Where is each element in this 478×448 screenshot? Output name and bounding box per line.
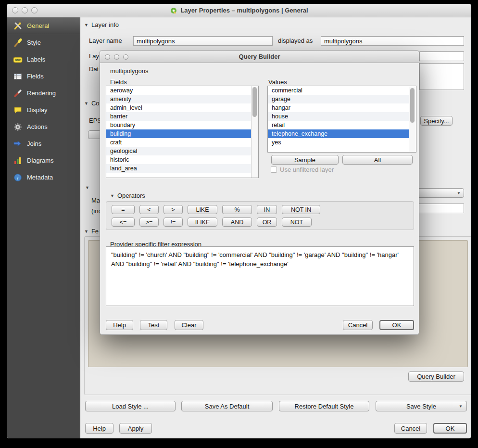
sidebar-item-metadata[interactable]: i Metadata [7,169,80,186]
help-button[interactable]: Help [85,423,113,434]
load-style-button[interactable]: Load Style ... [85,401,176,411]
cancel-button[interactable]: Cancel [394,423,427,434]
fields-list: aeroway amenity admin_level barrier boun… [106,86,259,178]
datasource-label-fragment: Dat [89,64,99,74]
use-unfiltered-layer-label: Use unfiltered layer [280,166,334,173]
query-builder-dialog: Query Builder multipolygons Fields aerow… [100,50,419,335]
sidebar-item-general[interactable]: General [7,17,80,34]
test-button[interactable]: Test [140,320,167,330]
save-style-dropdown-button[interactable]: Save Style ▼ [376,401,467,411]
filter-expression-textarea[interactable]: "building" != 'church' AND "building" !=… [106,246,414,306]
list-item[interactable]: amenity [106,95,251,103]
features-section-label-fragment: Fe [91,228,99,235]
checkbox-icon[interactable] [271,166,277,173]
operator-not-button[interactable]: NOT [282,218,312,227]
dialog-ok-button[interactable]: OK [379,320,414,330]
operator-and-button[interactable]: AND [222,218,252,227]
sidebar-item-label: Joins [27,140,41,147]
list-item[interactable]: commercial [268,86,409,95]
sidebar-item-rendering[interactable]: Rendering [7,85,80,102]
values-list-rows: commercial garage hangar house retail te… [268,86,409,152]
sidebar-item-style[interactable]: Style [7,34,80,51]
fields-scrollbar[interactable] [251,86,258,178]
paintbrush-icon [13,38,23,48]
qgis-logo-icon [170,7,177,14]
dialog-help-button[interactable]: Help [106,320,133,330]
list-item[interactable]: hangar [268,103,409,112]
displayed-as-input[interactable]: multipolygons [321,36,464,46]
dialog-layer-name: multipolygons [110,66,149,76]
specify-crs-button[interactable]: Specify... [420,116,453,126]
layer-name-input[interactable]: multipolygons [133,36,273,46]
table-icon [13,72,23,81]
operator-lte-button[interactable]: <= [112,218,135,227]
list-item[interactable]: boundary [106,121,251,129]
disclosure-icon[interactable]: ▼ [84,23,88,27]
list-item[interactable]: admin_level [106,103,251,112]
list-item[interactable]: craft [106,138,251,147]
values-list: commercial garage hangar house retail te… [267,86,416,153]
operator-not-in-button[interactable]: NOT IN [282,205,320,214]
ok-button[interactable]: OK [433,423,467,434]
scrollbar-thumb[interactable] [252,87,257,117]
sample-button[interactable]: Sample [271,155,339,165]
operators-section-header: ▼ Operators [110,192,145,199]
clear-button[interactable]: Clear [175,320,203,330]
list-item[interactable]: aeroway [106,86,251,95]
all-button[interactable]: All [342,155,413,165]
sidebar-item-joins[interactable]: Joins [7,135,80,152]
list-item[interactable]: geological [106,147,251,155]
sidebar-item-fields[interactable]: Fields [7,68,80,85]
save-as-default-button[interactable]: Save As Default [181,401,273,411]
dialog-titlebar[interactable]: Query Builder [100,51,419,63]
values-scrollbar[interactable] [409,86,416,152]
sidebar-item-actions[interactable]: Actions [7,118,80,135]
layer-info-section-header: ▼ Layer info [84,21,119,28]
operator-lt-button[interactable]: < [139,205,159,214]
scrollbar-thumb[interactable] [410,88,415,123]
fields-list-rows: aeroway amenity admin_level barrier boun… [106,86,251,178]
list-item[interactable]: land_area [106,164,251,173]
operator-gt-button[interactable]: > [164,205,183,214]
window-titlebar[interactable]: Layer Properties – multipolygons | Gener… [7,4,471,17]
list-item[interactable]: retail [268,121,409,129]
sidebar-item-label: Fields [27,73,44,80]
sidebar-item-label: Rendering [27,90,56,97]
sidebar-item-labels[interactable]: abc Labels [7,51,80,68]
list-item[interactable]: garage [268,95,409,103]
operator-like-button[interactable]: LIKE [188,205,217,214]
dialog-cancel-button[interactable]: Cancel [343,320,373,330]
disclosure-icon[interactable]: ▼ [110,193,114,198]
disclosure-icon[interactable]: ▼ [84,229,88,234]
svg-text:abc: abc [15,58,21,62]
operator-in-button[interactable]: IN [257,205,277,214]
desktop-background: Layer Properties – multipolygons | Gener… [0,0,478,448]
sidebar: General Style abc Labels [7,17,80,438]
sidebar-item-label: General [27,22,49,29]
sidebar-item-label: Metadata [27,174,53,181]
layer-source-input-fragment[interactable] [419,51,464,61]
operator-equals-button[interactable]: = [112,205,135,214]
layer-info-section-label: Layer info [91,21,119,28]
operator-gte-button[interactable]: >= [139,218,159,227]
operator-neq-button[interactable]: != [164,218,183,227]
list-item[interactable]: house [268,112,409,121]
list-item-selected[interactable]: telephone_exchange [268,129,409,138]
operator-ilike-button[interactable]: ILIKE [188,218,217,227]
disclosure-icon[interactable]: ▼ [84,101,88,106]
sidebar-item-diagrams[interactable]: Diagrams [7,152,80,169]
sidebar-item-display[interactable]: Display [7,102,80,118]
layer-name-label: Layer name [89,36,122,46]
apply-button[interactable]: Apply [119,423,152,434]
list-item[interactable]: yes [268,138,409,147]
disclosure-icon[interactable]: ▼ [85,185,89,190]
list-item-selected[interactable]: building [106,129,251,138]
query-builder-button[interactable]: Query Builder [408,371,464,382]
restore-default-style-button[interactable]: Restore Default Style [279,401,369,411]
operator-percent-button[interactable]: % [222,205,252,214]
operator-or-button[interactable]: OR [257,218,277,227]
list-item[interactable]: barrier [106,112,251,121]
gear-icon [13,122,23,132]
sidebar-item-label: Diagrams [27,157,54,164]
list-item[interactable]: historic [106,155,251,164]
